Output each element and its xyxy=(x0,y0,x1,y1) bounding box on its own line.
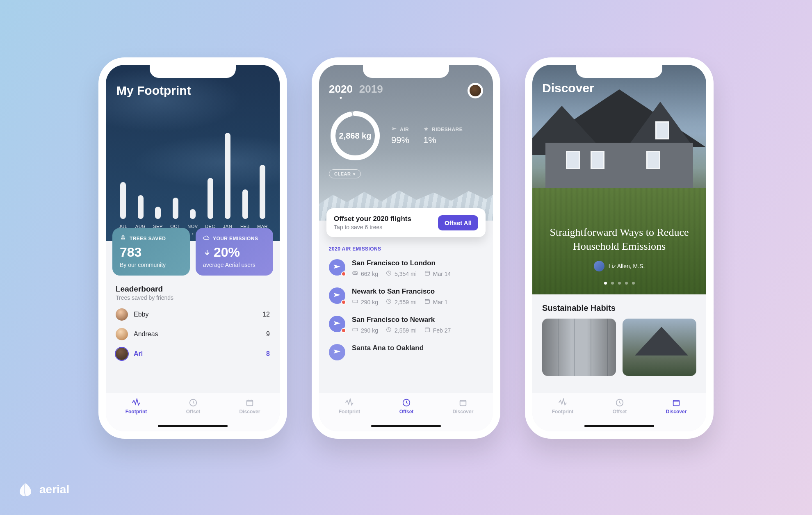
profile-avatar[interactable] xyxy=(468,83,483,98)
bar-jan[interactable] xyxy=(225,133,230,219)
distance-icon xyxy=(385,270,392,278)
tab-discover[interactable]: Discover xyxy=(239,398,260,415)
bar-jul[interactable] xyxy=(120,182,126,219)
co2-icon: CO₂ xyxy=(352,270,358,278)
air-emissions-label: 2020 AIR EMISSIONS xyxy=(319,237,493,254)
svg-rect-1 xyxy=(247,401,253,406)
calendar-icon xyxy=(424,298,431,306)
avatar xyxy=(116,308,128,321)
flight-row[interactable]: Newark to San Francisco 290 kg 2,559 mi … xyxy=(319,283,493,311)
phone-footprint: My Footprint JULAUGSEP OCTNOVDEC JANFEBM… xyxy=(98,57,287,439)
page-title: Discover xyxy=(542,81,594,95)
svg-rect-8 xyxy=(353,300,358,303)
article-author: Liz Allen, M.S. xyxy=(532,261,706,271)
svg-rect-10 xyxy=(425,299,429,303)
phone-discover: Discover Straightforward Ways to Reduce … xyxy=(525,57,714,439)
tab-discover[interactable]: Discover xyxy=(666,398,687,415)
tab-discover[interactable]: Discover xyxy=(453,398,474,415)
avatar xyxy=(116,328,128,340)
home-indicator[interactable] xyxy=(371,425,441,427)
mix-air: AIR 99% xyxy=(391,126,409,146)
home-indicator[interactable] xyxy=(158,425,228,427)
clear-button[interactable]: CLEAR ▾ xyxy=(329,169,361,178)
year-tab[interactable]: 2019 xyxy=(359,83,383,96)
tab-footprint[interactable]: Footprint xyxy=(125,398,147,415)
device-notch xyxy=(363,64,449,78)
tab-offset[interactable]: Offset xyxy=(399,398,414,415)
article-headline: Straightforward Ways to Reduce Household… xyxy=(542,226,696,253)
bar-mar[interactable] xyxy=(260,165,265,219)
phone-offset: 2020 2019 2,868 kg AIR xyxy=(312,57,500,439)
svg-text:CO₂: CO₂ xyxy=(354,272,357,274)
svg-rect-7 xyxy=(425,271,429,275)
airplane-icon xyxy=(391,126,397,133)
year-tab-active[interactable]: 2020 xyxy=(329,83,353,96)
bar-oct[interactable] xyxy=(173,198,178,219)
flight-row[interactable]: San Francisco to Newark 290 kg 2,559 mi … xyxy=(319,311,493,339)
calendar-icon xyxy=(424,326,431,334)
tree-icon xyxy=(120,235,126,242)
brand-logo: aerial xyxy=(17,481,69,498)
emissions-ring[interactable]: 2,868 kg xyxy=(329,109,381,162)
emissions-card[interactable]: YOUR EMISSIONS 20% average Aerial users xyxy=(196,228,273,276)
device-notch xyxy=(576,64,662,78)
svg-rect-11 xyxy=(353,328,358,331)
discover-hero[interactable]: Discover Straightforward Ways to Reduce … xyxy=(532,65,706,294)
leaderboard-row-me[interactable]: Ari 8 xyxy=(116,348,270,360)
svg-rect-17 xyxy=(673,401,680,406)
device-notch xyxy=(150,64,236,78)
airplane-icon xyxy=(329,316,345,332)
tab-offset[interactable]: Offset xyxy=(186,398,201,415)
mix-rideshare: RIDESHARE 1% xyxy=(423,126,463,146)
bar-sep[interactable] xyxy=(155,207,161,219)
leaderboard-title: Leaderboard xyxy=(116,285,270,294)
section-title: Sustainable Habits xyxy=(542,303,696,313)
leaderboard-row[interactable]: Ebby 12 xyxy=(116,308,270,321)
tab-footprint[interactable]: Footprint xyxy=(552,398,574,415)
co2-icon xyxy=(352,298,358,306)
offset-all-button[interactable]: Offset All xyxy=(438,215,478,230)
co2-icon xyxy=(352,326,358,334)
home-indicator[interactable] xyxy=(584,425,654,427)
house-illustration xyxy=(533,89,705,204)
footprint-hero: My Footprint JULAUGSEP OCTNOVDEC JANFEBM… xyxy=(106,65,280,241)
offset-cta-card[interactable]: Offset your 2020 flights Tap to save 6 t… xyxy=(326,208,486,237)
habit-tile[interactable] xyxy=(623,319,696,376)
cloud-icon xyxy=(203,235,210,242)
avatar xyxy=(116,348,128,360)
year-tabs: 2020 2019 xyxy=(329,83,483,96)
airplane-icon xyxy=(329,344,345,360)
offset-cta-subtitle: Tap to save 6 trees xyxy=(334,224,411,230)
leaderboard-subtitle: Trees saved by friends xyxy=(116,294,270,301)
leaderboard-row[interactable]: Andreas 9 xyxy=(116,328,270,340)
bar-nov[interactable] xyxy=(190,209,196,219)
chevron-down-icon: ▾ xyxy=(353,172,356,176)
ring-total: 2,868 kg xyxy=(329,109,381,162)
footprint-bar-chart[interactable] xyxy=(116,125,269,219)
rideshare-icon xyxy=(423,126,429,133)
avatar xyxy=(594,261,604,271)
offset-hero: 2020 2019 2,868 kg AIR xyxy=(319,65,493,221)
airplane-icon xyxy=(329,287,345,304)
carousel-dots[interactable] xyxy=(532,282,706,285)
habit-tile[interactable] xyxy=(542,319,616,376)
distance-icon xyxy=(385,326,392,334)
trees-saved-card[interactable]: TREES SAVED 783 By our community xyxy=(112,228,190,276)
offset-cta-title: Offset your 2020 flights xyxy=(334,215,411,223)
flight-row[interactable]: San Francisco to London CO₂662 kg 5,354 … xyxy=(319,254,493,283)
page-title: My Footprint xyxy=(116,84,269,98)
tab-offset[interactable]: Offset xyxy=(613,398,627,415)
calendar-icon xyxy=(424,270,431,278)
svg-rect-15 xyxy=(460,401,466,406)
airplane-icon xyxy=(329,259,345,276)
trees-saved-value: 783 xyxy=(120,245,182,260)
emissions-value: 20% xyxy=(214,245,240,260)
bar-feb[interactable] xyxy=(242,189,248,219)
bar-aug[interactable] xyxy=(138,195,144,219)
tab-footprint[interactable]: Footprint xyxy=(339,398,360,415)
flight-row[interactable]: Santa Ana to Oakland xyxy=(319,339,493,365)
distance-icon xyxy=(385,298,392,306)
arrow-down-icon xyxy=(203,245,211,260)
leaderboard: Leaderboard Trees saved by friends Ebby … xyxy=(106,276,280,360)
bar-dec[interactable] xyxy=(208,178,213,219)
